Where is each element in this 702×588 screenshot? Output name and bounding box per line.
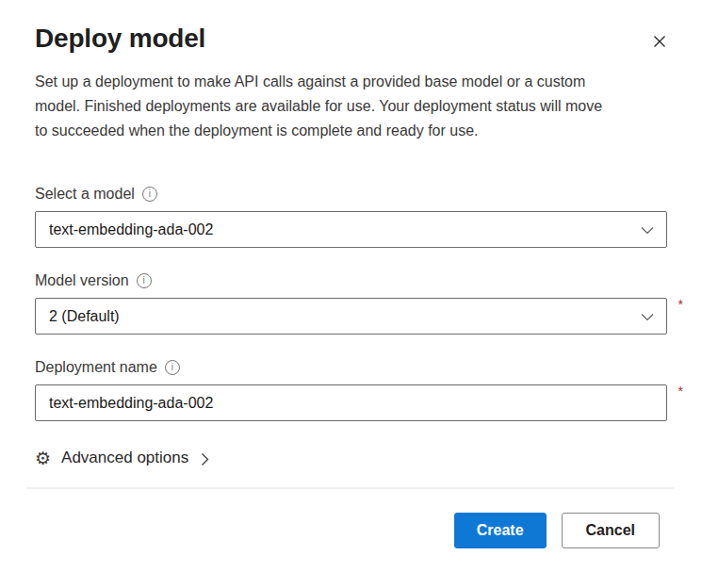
description-line: Set up a deployment to make API calls ag… — [35, 70, 667, 94]
deployment-name-input[interactable] — [35, 384, 667, 421]
dialog-header: Deploy model — [35, 0, 667, 54]
model-version-label: Model version i — [35, 270, 667, 291]
chevron-down-icon — [641, 226, 654, 235]
deploy-model-dialog: Deploy model Set up a deployment to make… — [0, 0, 702, 548]
required-asterisk: * — [678, 384, 683, 399]
chevron-right-icon — [201, 452, 209, 466]
model-version-field-wrap: 2 (Default) * — [35, 298, 667, 335]
dialog-footer: Create Cancel — [35, 513, 667, 548]
page-title: Deploy model — [35, 24, 205, 54]
advanced-options-toggle[interactable]: ⚙ Advanced options — [35, 449, 209, 467]
close-button[interactable] — [647, 29, 672, 54]
select-model-field-wrap: text-embedding-ada-002 — [35, 211, 667, 248]
description-line: to succeeded when the deployment is comp… — [35, 119, 667, 143]
dialog-description: Set up a deployment to make API calls ag… — [35, 70, 667, 143]
deployment-name-field-wrap: * — [35, 384, 667, 421]
create-button[interactable]: Create — [454, 513, 547, 548]
chevron-down-icon — [641, 313, 654, 321]
deployment-name-label-text: Deployment name — [35, 357, 157, 378]
select-model-label: Select a model i — [35, 184, 667, 204]
select-model-dropdown[interactable]: text-embedding-ada-002 — [35, 211, 667, 248]
info-icon[interactable]: i — [137, 273, 152, 288]
info-icon[interactable]: i — [165, 360, 180, 375]
select-model-value: text-embedding-ada-002 — [49, 221, 213, 238]
required-asterisk: * — [678, 297, 683, 312]
cancel-button[interactable]: Cancel — [562, 513, 660, 548]
close-icon — [652, 34, 667, 49]
advanced-options-label: Advanced options — [61, 449, 188, 467]
select-model-label-text: Select a model — [35, 184, 135, 204]
deployment-name-label: Deployment name i — [35, 357, 667, 378]
info-icon[interactable]: i — [142, 187, 157, 202]
model-version-label-text: Model version — [35, 270, 129, 291]
model-version-dropdown[interactable]: 2 (Default) — [35, 298, 667, 335]
model-version-value: 2 (Default) — [49, 308, 120, 325]
description-line: model. Finished deployments are availabl… — [35, 94, 667, 119]
gear-icon: ⚙ — [35, 449, 51, 467]
footer-divider — [26, 487, 675, 489]
